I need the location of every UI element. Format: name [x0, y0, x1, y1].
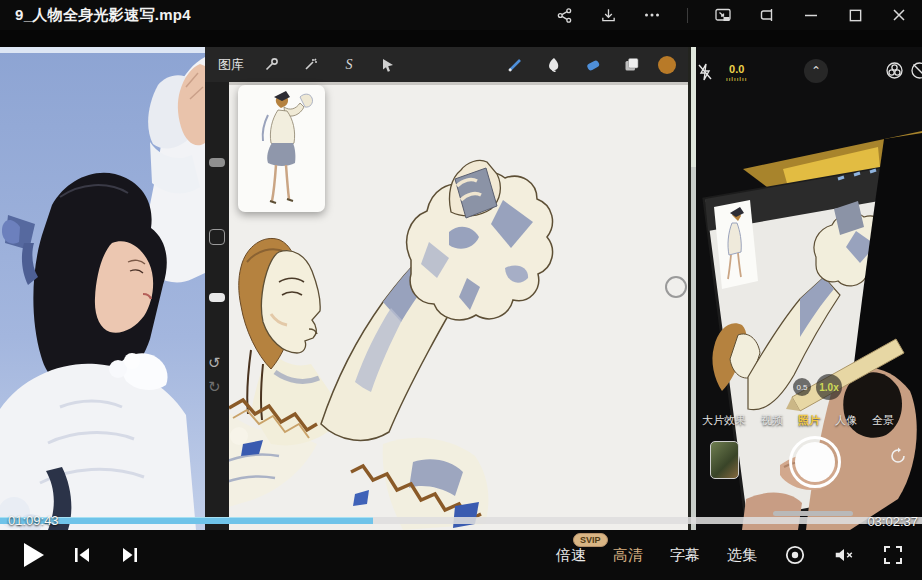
video-display-area[interactable]: 图库 S	[0, 47, 922, 530]
play-button[interactable]	[24, 543, 44, 567]
selection-tool-icon[interactable]: S	[336, 54, 362, 76]
titlebar: 9_人物全身光影速写.mp4	[0, 0, 922, 30]
camera-options-chevron-icon[interactable]: ⌃	[804, 59, 828, 83]
procreate-sidebar: ↺ ↻	[205, 82, 229, 530]
modify-button[interactable]	[209, 229, 225, 245]
actions-wrench-icon[interactable]	[258, 54, 284, 76]
eraser-tool-icon[interactable]	[580, 54, 606, 76]
gallery-thumbnail[interactable]	[710, 441, 739, 479]
close-icon[interactable]	[890, 6, 908, 24]
quality-button[interactable]: 高清	[613, 546, 643, 565]
camera-top-bar: 0.0 ıılıılıı ⌃	[696, 57, 922, 91]
camera-mode-video[interactable]: 视频	[761, 413, 783, 428]
brush-opacity-slider[interactable]	[209, 293, 225, 302]
gallery-button[interactable]: 图库	[218, 56, 244, 74]
maximize-icon[interactable]	[846, 6, 864, 24]
video-panel-phone-recording: 0.0 ıılıılıı ⌃	[688, 47, 922, 530]
color-swatch[interactable]	[658, 56, 676, 74]
redo-icon[interactable]: ↻	[208, 378, 221, 396]
camera-mode-row: 大片效果 视频 照片 人像 全景	[702, 413, 922, 428]
volume-muted-icon[interactable]	[833, 544, 855, 566]
filter-icon[interactable]	[884, 60, 905, 85]
more-icon[interactable]	[643, 6, 661, 24]
ai-off-icon[interactable]	[909, 60, 922, 85]
procreate-toolbar: 图库 S	[205, 47, 688, 82]
layers-icon[interactable]	[619, 54, 645, 76]
phone-home-indicator	[773, 511, 853, 516]
video-panel-procreate: 图库 S	[205, 47, 688, 530]
progress-bar[interactable]	[0, 517, 922, 524]
next-button[interactable]	[120, 546, 140, 564]
brush-tool-icon[interactable]	[502, 54, 528, 76]
current-time: 01:09:43	[8, 513, 59, 528]
titlebar-divider	[687, 8, 688, 23]
camera-mode-panorama[interactable]: 全景	[872, 413, 894, 428]
download-icon[interactable]	[599, 6, 617, 24]
shutter-button[interactable]	[789, 436, 841, 488]
video-title: 9_人物全身光影速写.mp4	[0, 6, 191, 25]
mini-mode-icon[interactable]	[758, 6, 776, 24]
previous-button[interactable]	[72, 546, 92, 564]
fullscreen-icon[interactable]	[882, 544, 904, 566]
video-panel-photo	[0, 47, 205, 530]
brush-cursor-circle	[665, 276, 687, 298]
flip-camera-icon[interactable]	[888, 446, 908, 466]
minimize-icon[interactable]	[802, 6, 820, 24]
camera-mode-effects[interactable]: 大片效果	[702, 413, 746, 428]
playback-speed-button[interactable]: 倍速	[556, 546, 586, 565]
exposure-indicator[interactable]: 0.0 ıılıılıı	[726, 64, 747, 84]
camera-zoom-1x[interactable]: 1.0x	[816, 374, 842, 400]
smudge-tool-icon[interactable]	[541, 54, 567, 76]
subtitles-button[interactable]: 字幕	[670, 546, 700, 565]
svip-badge: SVIP	[573, 533, 608, 547]
camera-mode-photo[interactable]: 照片	[798, 413, 820, 428]
camera-mode-portrait[interactable]: 人像	[835, 413, 857, 428]
brush-size-slider[interactable]	[209, 158, 225, 167]
picture-in-picture-icon[interactable]	[714, 6, 732, 24]
adjustments-wand-icon[interactable]	[297, 54, 323, 76]
player-window: 9_人物全身光影速写.mp4	[0, 0, 922, 580]
flash-off-icon[interactable]	[696, 62, 718, 86]
control-bar: SVIP 倍速 高清 字幕 选集	[0, 530, 922, 580]
episodes-button[interactable]: 选集	[727, 546, 757, 565]
photo-woman-illustration	[0, 47, 205, 530]
exposure-ticks: ıılıılıı	[726, 74, 747, 84]
reference-figure-sketch	[238, 85, 325, 212]
share-icon[interactable]	[555, 6, 573, 24]
reference-image-card	[238, 85, 325, 212]
total-time: 03:02:37	[867, 514, 918, 529]
record-screen-icon[interactable]	[784, 544, 806, 566]
camera-zoom-0-5x[interactable]: 0.5	[793, 378, 811, 396]
transform-arrow-icon[interactable]	[375, 54, 401, 76]
undo-icon[interactable]: ↺	[208, 354, 221, 372]
